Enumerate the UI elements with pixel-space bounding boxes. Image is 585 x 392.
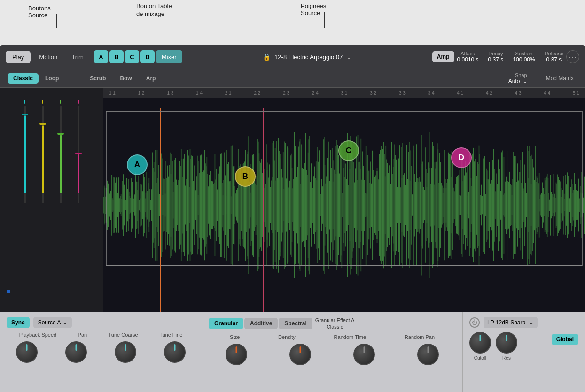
arp-tab[interactable]: Arp bbox=[140, 73, 162, 84]
playback-tabs: Classic Loop bbox=[8, 73, 64, 84]
track-b-handle[interactable] bbox=[39, 123, 46, 125]
top-annotations: Boutons Source Bouton Tablede mixage Poi… bbox=[0, 0, 585, 45]
synthesis-module: Granular Additive Spectral Granular Effe… bbox=[202, 312, 463, 392]
source-handle-d[interactable]: D bbox=[451, 147, 472, 168]
filter-select[interactable]: LP 12dB Sharp ⌄ bbox=[484, 317, 538, 328]
playback-speed-label: Playback Speed bbox=[19, 332, 57, 338]
ruler-tick-21: 2 1 bbox=[225, 91, 232, 96]
source-tab-b[interactable]: B bbox=[109, 50, 124, 63]
header-bar: Play Motion Trim A B C D Mixer 🔒 12-8 El… bbox=[0, 45, 585, 69]
synthesis-knob-labels: Size Density Random Time Random Pan bbox=[209, 334, 456, 340]
source-tab-d[interactable]: D bbox=[140, 50, 155, 63]
ruler-tick-23: 2 3 bbox=[283, 91, 289, 96]
additive-tab[interactable]: Additive bbox=[244, 318, 278, 329]
play-button[interactable]: Play bbox=[6, 51, 31, 63]
track-c-handle[interactable] bbox=[57, 133, 64, 135]
spectral-tab[interactable]: Spectral bbox=[279, 318, 312, 329]
cutoff-knob-group: Cutoff bbox=[469, 332, 491, 361]
trim-button[interactable]: Trim bbox=[66, 51, 89, 63]
source-knobs bbox=[7, 341, 195, 363]
granular-effect-info: Granular Effect AClassic bbox=[315, 317, 355, 331]
granular-tab[interactable]: Granular bbox=[209, 318, 243, 329]
track-d-handle[interactable] bbox=[75, 153, 82, 154]
sample-name: 12-8 Electric Arpeggio 07 bbox=[274, 54, 343, 61]
env-params: Attack 0.0010 s Decay 0.37 s Sustain 100… bbox=[457, 51, 563, 63]
mixer-button[interactable]: Mixer bbox=[156, 50, 182, 63]
waveform-canvas: A B C D bbox=[103, 98, 585, 312]
source-tab-c[interactable]: C bbox=[125, 50, 139, 63]
density-knob-group bbox=[289, 344, 311, 365]
res-knob-group: Res bbox=[496, 332, 517, 361]
tune-fine-knob[interactable] bbox=[164, 341, 186, 363]
ruler-tick-51: 5 1 bbox=[573, 91, 579, 96]
res-knob[interactable] bbox=[496, 332, 517, 354]
source-handle-b[interactable]: B bbox=[235, 166, 256, 187]
synth-tabs: Granular Additive Spectral bbox=[209, 318, 312, 329]
classic-tab[interactable]: Classic bbox=[8, 73, 39, 84]
global-button-container: Global bbox=[552, 334, 578, 345]
waveform-canvas-element bbox=[103, 98, 585, 312]
ruler-tick-33: 3 3 bbox=[399, 91, 406, 96]
ruler-tick-44: 4 4 bbox=[544, 91, 550, 96]
tune-fine-knob-group bbox=[164, 341, 186, 363]
source-handle-a[interactable]: A bbox=[127, 154, 148, 175]
global-button[interactable]: Global bbox=[552, 334, 578, 345]
cutoff-label: Cutoff bbox=[474, 355, 487, 361]
motion-button[interactable]: Motion bbox=[33, 51, 63, 63]
source-module-top-row: Sync Source A ⌄ bbox=[7, 317, 195, 328]
snap-value[interactable]: Auto ⌄ bbox=[508, 78, 527, 85]
source-module: Sync Source A ⌄ Playback Speed Pan Tune … bbox=[0, 312, 202, 392]
density-label: Density bbox=[278, 334, 296, 340]
amp-button[interactable]: Amp bbox=[432, 51, 454, 62]
random-time-knob[interactable] bbox=[353, 344, 375, 365]
snap-area: Snap Auto ⌄ bbox=[508, 72, 527, 85]
second-bar: Classic Loop Scrub Bow Arp Snap Auto ⌄ M… bbox=[0, 69, 585, 88]
bow-tab[interactable]: Bow bbox=[114, 73, 137, 84]
playback-speed-knob[interactable] bbox=[16, 341, 38, 363]
ruler-tick-14: 1 4 bbox=[196, 91, 203, 96]
ruler-tick-32: 3 2 bbox=[370, 91, 376, 96]
pan-label: Pan bbox=[78, 332, 87, 338]
playback-speed-knob-group bbox=[16, 341, 38, 363]
loop-tab[interactable]: Loop bbox=[39, 73, 64, 84]
power-button[interactable]: ⏻ bbox=[469, 317, 480, 328]
random-pan-knob-group bbox=[417, 344, 439, 365]
chevron-down-icon[interactable]: ⌄ bbox=[346, 54, 351, 61]
ruler-tick-41: 4 1 bbox=[457, 91, 463, 96]
sync-button[interactable]: Sync bbox=[7, 317, 30, 328]
source-tab-a[interactable]: A bbox=[94, 50, 108, 63]
ruler-tick-11: 1 1 bbox=[109, 91, 116, 96]
more-button[interactable]: ⋯ bbox=[566, 50, 579, 63]
tune-coarse-knob-group bbox=[115, 341, 136, 363]
synthesis-knobs bbox=[209, 344, 456, 365]
cutoff-knob[interactable] bbox=[469, 332, 491, 354]
ruler-tick-42: 4 2 bbox=[486, 91, 492, 96]
waveform-main[interactable]: 1 1 1 2 1 3 1 4 2 1 2 2 2 3 2 4 3 1 3 2 … bbox=[103, 88, 585, 312]
size-knob[interactable] bbox=[226, 344, 247, 365]
decay-param: Decay 0.37 s bbox=[488, 51, 504, 63]
random-time-label: Random Time bbox=[334, 334, 366, 340]
chevron-filter-icon: ⌄ bbox=[529, 319, 534, 326]
ruler-tick-12: 1 2 bbox=[138, 91, 145, 96]
source-select[interactable]: Source A ⌄ bbox=[33, 317, 72, 328]
mixer-tracks bbox=[3, 92, 101, 308]
plugin-area: Play Motion Trim A B C D Mixer 🔒 12-8 El… bbox=[0, 45, 585, 392]
bottom-panel: Sync Source A ⌄ Playback Speed Pan Tune … bbox=[0, 312, 585, 392]
tune-coarse-label: Tune Coarse bbox=[109, 332, 138, 338]
pan-knob-group bbox=[65, 341, 87, 363]
mixer-track-c bbox=[55, 100, 66, 203]
snap-label: Snap bbox=[508, 72, 527, 78]
track-a-handle[interactable] bbox=[22, 114, 28, 115]
filter-module-top-row: ⏻ LP 12dB Sharp ⌄ bbox=[469, 317, 578, 328]
ruler-tick-43: 4 3 bbox=[515, 91, 522, 96]
scrub-tab[interactable]: Scrub bbox=[84, 73, 111, 84]
random-pan-label: Random Pan bbox=[405, 334, 435, 340]
tune-coarse-knob[interactable] bbox=[115, 341, 136, 363]
sustain-param: Sustain 100.00% bbox=[513, 51, 535, 63]
mod-matrix-button[interactable]: Mod Matrix bbox=[542, 73, 577, 84]
sample-info: 🔒 12-8 Electric Arpeggio 07 ⌄ bbox=[263, 53, 351, 61]
random-pan-knob[interactable] bbox=[417, 344, 439, 365]
pan-knob[interactable] bbox=[65, 341, 87, 363]
density-knob[interactable] bbox=[289, 344, 311, 365]
source-handle-c[interactable]: C bbox=[338, 140, 359, 161]
